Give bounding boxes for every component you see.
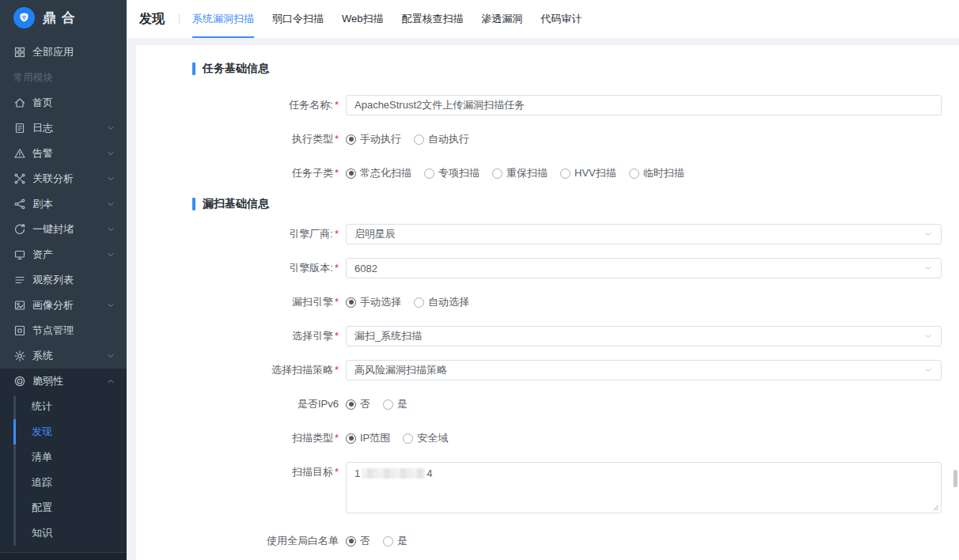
task-subclass-option-3[interactable]: HVV扫描 xyxy=(560,166,616,180)
scan-type-option-1[interactable]: 安全域 xyxy=(403,431,448,445)
sidebar-item-knowledge[interactable]: 知识 xyxy=(0,520,127,546)
required-asterisk: * xyxy=(335,99,339,111)
tab-code-audit[interactable]: 代码审计 xyxy=(541,0,582,38)
task-subclass-option-0[interactable]: 常态化扫描 xyxy=(346,166,411,180)
field-label-text: 扫描目标 xyxy=(292,466,333,478)
radio-label: HVV扫描 xyxy=(574,166,616,180)
radio-label: 自动选择 xyxy=(428,295,469,309)
sidebar-subitem-label: 发现 xyxy=(32,425,52,439)
vuln-scan-engine-option-0[interactable]: 手动选择 xyxy=(346,295,401,309)
resize-handle-icon xyxy=(931,503,939,511)
radio-label: IP范围 xyxy=(360,431,390,445)
sidebar-item-profile-analysis[interactable]: 画像分析 xyxy=(0,293,127,318)
form-row-scan-type: 扫描类型*IP范围安全域 xyxy=(136,428,942,448)
task-subclass-option-4[interactable]: 临时扫描 xyxy=(629,166,684,180)
field-control: 高风险漏洞扫描策略 xyxy=(346,360,942,380)
radio-unchecked-icon xyxy=(414,134,424,145)
task-subclass-option-1[interactable]: 专项扫描 xyxy=(424,166,480,180)
vuln-scan-engine-option-1[interactable]: 自动选择 xyxy=(414,295,469,309)
is-ipv6-option-0[interactable]: 否 xyxy=(346,397,370,411)
task-subclass-option-2[interactable]: 重保扫描 xyxy=(492,166,548,180)
sidebar-item-node-management[interactable]: 节点管理 xyxy=(0,318,127,343)
engine-vendor-select[interactable]: 启明星辰 xyxy=(346,224,942,244)
sidebar-item-trace[interactable]: 追踪 xyxy=(0,470,127,495)
sidebar-item-playbook[interactable]: 剧本 xyxy=(0,191,127,217)
field-control: 手动执行自动执行 xyxy=(346,129,942,149)
image-analysis-icon xyxy=(13,299,26,312)
tab-config-check-scan[interactable]: 配置核查扫描 xyxy=(402,0,464,38)
chevron-down-icon xyxy=(106,301,116,310)
is-ipv6-option-1[interactable]: 是 xyxy=(383,397,407,411)
chevron-up-icon xyxy=(106,376,116,386)
title-divider xyxy=(179,13,180,25)
sidebar-item-system[interactable]: 系统 xyxy=(0,343,127,369)
form-row-engine-vendor: 引擎厂商:*启明星辰 xyxy=(136,224,942,244)
scan-type-option-0[interactable]: IP范围 xyxy=(346,431,390,445)
apps-grid-icon xyxy=(13,46,26,59)
sidebar-item-alerts[interactable]: 告警 xyxy=(0,141,127,166)
sidebar-item-watchlist[interactable]: 观察列表 xyxy=(0,267,127,293)
topbar: 发现 系统漏洞扫描弱口令扫描Web扫描配置核查扫描渗透漏洞代码审计 xyxy=(127,0,959,38)
form-row-select-engine: 选择引擎*漏扫_系统扫描 xyxy=(136,326,942,346)
form-row-engine-version: 引擎版本:*6082 xyxy=(136,258,942,278)
sidebar-item-label: 剧本 xyxy=(32,197,53,211)
sidebar-item-statistics[interactable]: 统计 xyxy=(0,394,127,419)
tab-penetration-vuln[interactable]: 渗透漏洞 xyxy=(482,0,523,38)
sidebar-item-one-key-block[interactable]: 一键封堵 xyxy=(0,217,127,242)
sidebar-item-list[interactable]: 清单 xyxy=(0,445,127,470)
select-engine-select[interactable]: 漏扫_系统扫描 xyxy=(346,326,942,346)
task-name-input[interactable]: ApacheStrust2文件上传漏洞扫描任务 xyxy=(346,95,942,115)
field-control: 漏扫_系统扫描 xyxy=(346,326,942,346)
tab-web-scan[interactable]: Web扫描 xyxy=(342,0,384,38)
field-label: 选择扫描策略* xyxy=(136,360,346,380)
sidebar-item-discovery[interactable]: 发现 xyxy=(0,419,127,445)
required-asterisk: * xyxy=(335,133,339,145)
scan-target-textarea[interactable]: 14 xyxy=(346,462,942,513)
section-title: 漏扫基础信息 xyxy=(203,197,269,211)
field-label: 漏扫引擎* xyxy=(136,292,346,312)
chevron-down-icon xyxy=(923,229,933,239)
tab-system-vuln-scan[interactable]: 系统漏洞扫描 xyxy=(192,0,254,38)
sidebar-item-all-apps[interactable]: 全部应用 xyxy=(0,40,127,65)
sidebar-item-config[interactable]: 配置 xyxy=(0,495,127,520)
form-row-task-subclass: 任务子类*常态化扫描专项扫描重保扫描HVV扫描临时扫描 xyxy=(136,163,942,184)
sidebar-subitem-label: 知识 xyxy=(32,526,52,540)
use-global-whitelist-radio-group: 否是 xyxy=(346,531,942,551)
required-asterisk: * xyxy=(335,364,339,376)
asset-icon xyxy=(13,248,26,261)
use-global-whitelist-option-0[interactable]: 否 xyxy=(346,534,370,548)
sidebar-item-label: 告警 xyxy=(32,146,53,161)
alert-icon xyxy=(13,147,26,160)
scan-type-radio-group: IP范围安全域 xyxy=(346,428,942,448)
radio-unchecked-icon xyxy=(492,168,502,179)
chevron-down-icon xyxy=(106,199,116,209)
select-scan-policy-select[interactable]: 高风险漏洞扫描策略 xyxy=(346,360,942,380)
sidebar-item-correlation-analysis[interactable]: 关联分析 xyxy=(0,166,127,191)
exec-type-option-0[interactable]: 手动执行 xyxy=(346,132,401,146)
field-label-text: 漏扫引擎 xyxy=(292,296,333,308)
scrollbar-thumb[interactable] xyxy=(953,470,957,487)
brand-logo[interactable]: 鼎合 xyxy=(0,0,127,35)
sidebar-subitem-label: 追踪 xyxy=(32,475,52,490)
required-asterisk: * xyxy=(335,330,339,342)
required-asterisk: * xyxy=(335,167,339,179)
radio-label: 是 xyxy=(397,534,407,548)
log-icon xyxy=(13,122,26,134)
sidebar-item-label: 系统 xyxy=(32,349,53,363)
use-global-whitelist-option-1[interactable]: 是 xyxy=(383,534,407,548)
sidebar-item-vulnerability[interactable]: 脆弱性 xyxy=(0,369,127,394)
link-analysis-icon xyxy=(13,172,26,185)
sidebar-item-home[interactable]: 首页 xyxy=(0,90,127,115)
radio-label: 自动执行 xyxy=(428,132,469,146)
sidebar-menu: 首页日志告警关联分析剧本一键封堵资产观察列表画像分析节点管理系统脆弱性统计发现清… xyxy=(0,90,127,552)
exec-type-option-1[interactable]: 自动执行 xyxy=(414,132,469,146)
engine-version-select[interactable]: 6082 xyxy=(346,258,942,278)
sidebar-item-label: 关联分析 xyxy=(32,172,74,186)
sidebar-bottom-strip xyxy=(0,553,127,560)
sidebar-item-logs[interactable]: 日志 xyxy=(0,115,127,141)
field-label-text: 使用全局白名单 xyxy=(267,535,339,547)
radio-label: 安全域 xyxy=(417,431,448,445)
field-label-text: 引擎厂商: xyxy=(289,228,333,240)
sidebar-item-assets[interactable]: 资产 xyxy=(0,242,127,267)
tab-weak-password-scan[interactable]: 弱口令扫描 xyxy=(272,0,324,38)
